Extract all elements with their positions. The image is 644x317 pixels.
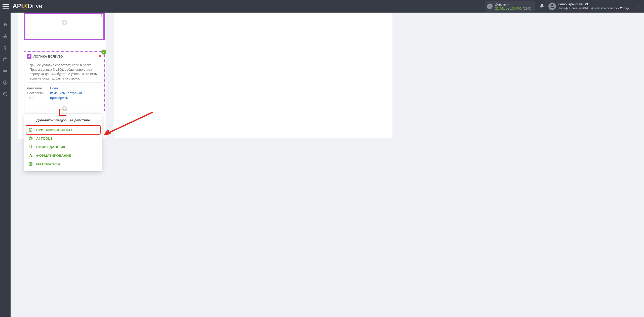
svg-rect-7: [30, 146, 32, 148]
popup-item-label: ПОИСК ДАННЫХ: [36, 145, 65, 149]
search-data-icon: [28, 144, 33, 149]
logo-drive: Drive: [28, 3, 43, 10]
home-icon: [3, 22, 8, 27]
test-link[interactable]: проверить: [50, 96, 68, 100]
add-step-tail: [24, 105, 104, 111]
ai-icon: [28, 136, 33, 141]
table-row: Тест проверить: [27, 96, 102, 100]
plus-icon: [63, 21, 66, 24]
popup-item-search[interactable]: ПОИСК ДАННЫХ: [26, 143, 100, 151]
logo[interactable]: API X Drive: [13, 3, 43, 10]
row-key: Тест: [27, 96, 48, 100]
popup-item-label: МАТЕМАТИКА: [36, 162, 60, 166]
rail-help[interactable]: [3, 92, 8, 97]
user-circle-icon: [3, 80, 8, 85]
popup-item-math[interactable]: МАТЕМАТИКА: [26, 160, 100, 168]
add-step-inside-button[interactable]: [62, 20, 67, 25]
popup-item-label: ФОРМАТИРОВАНИЕ: [36, 154, 71, 157]
svg-point-5: [30, 137, 32, 139]
math-icon: [28, 162, 33, 167]
check-icon: [103, 51, 105, 54]
main-content-panel: [114, 13, 392, 138]
row-key: Настройки: [27, 91, 48, 95]
add-step-inside-button[interactable]: [62, 106, 67, 111]
page: Настройки изменить настройки Тест провер…: [11, 13, 392, 194]
popup-item-label: AI TOOLS: [36, 137, 53, 140]
card-description: Данное условие сработает, если в блоке П…: [27, 61, 102, 83]
popup-title: Добавить следующее действие: [26, 118, 100, 122]
menu-toggle[interactable]: [3, 3, 9, 10]
table-row: Действие Если: [27, 86, 102, 90]
workflow-card-previous-body: Настройки изменить настройки Тест провер…: [27, 13, 102, 17]
table-row: Тест проверить: [30, 13, 98, 13]
workflow-card-logic: 4 ЛОГИКА ЕСЛИ/ТО Данное условие сработае…: [24, 51, 105, 111]
plus-icon: [63, 107, 66, 110]
rail-account[interactable]: [3, 80, 8, 85]
logo-api: API: [13, 3, 23, 10]
workflow-column: Настройки изменить настройки Тест провер…: [18, 13, 109, 194]
popup-item-label: ПРИЕМНИК ДАННЫХ: [36, 128, 72, 132]
table-row: Настройки изменить настройки: [27, 91, 102, 95]
receiver-icon: [28, 127, 33, 132]
delete-step-button[interactable]: [98, 54, 102, 59]
rail-work[interactable]: [3, 57, 8, 62]
popup-item-ai[interactable]: AI TOOLS: [26, 134, 100, 143]
rail-video[interactable]: [3, 68, 8, 73]
change-settings-link[interactable]: изменить настройки: [50, 91, 82, 95]
popup-item-receiver[interactable]: ПРИЕМНИК ДАННЫХ: [26, 126, 100, 134]
popup-item-format[interactable]: ФОРМАТИРОВАНИЕ: [26, 151, 100, 160]
step-number: 4: [27, 54, 31, 59]
popup-list: ПРИЕМНИК ДАННЫХ AI TOOLS ПОИСК ДАННЫХ ФО…: [26, 126, 100, 168]
row-key: Действие: [27, 86, 48, 90]
svg-point-2: [5, 82, 6, 83]
workflow-card-previous: Настройки изменить настройки Тест провер…: [24, 13, 105, 40]
rail-home[interactable]: [3, 22, 8, 27]
rail-billing[interactable]: [3, 45, 8, 50]
trash-icon: [98, 54, 102, 58]
row-key: Тест: [30, 13, 50, 13]
help-icon: [3, 92, 8, 97]
add-action-popup: Добавить следующее действие ПРИЕМНИК ДАН…: [24, 114, 102, 171]
briefcase-icon: [3, 57, 8, 62]
side-rail: [0, 13, 11, 194]
card-title: ЛОГИКА ЕСЛИ/ТО: [33, 55, 63, 58]
status-ok-badge: [101, 50, 106, 55]
logo-x: X: [23, 3, 28, 10]
youtube-icon: [3, 68, 8, 73]
test-link[interactable]: проверить: [53, 13, 69, 13]
action-link[interactable]: Если: [50, 86, 58, 90]
topbar: API X Drive i Действия: 22'061 из 100'00…: [0, 0, 392, 13]
sitemap-icon: [3, 34, 8, 39]
rail-connections[interactable]: [3, 34, 8, 39]
card-header: 4 ЛОГИКА ЕСЛИ/ТО: [27, 54, 102, 59]
format-icon: [28, 153, 33, 158]
svg-point-6: [29, 137, 32, 140]
dollar-icon: [3, 45, 8, 50]
